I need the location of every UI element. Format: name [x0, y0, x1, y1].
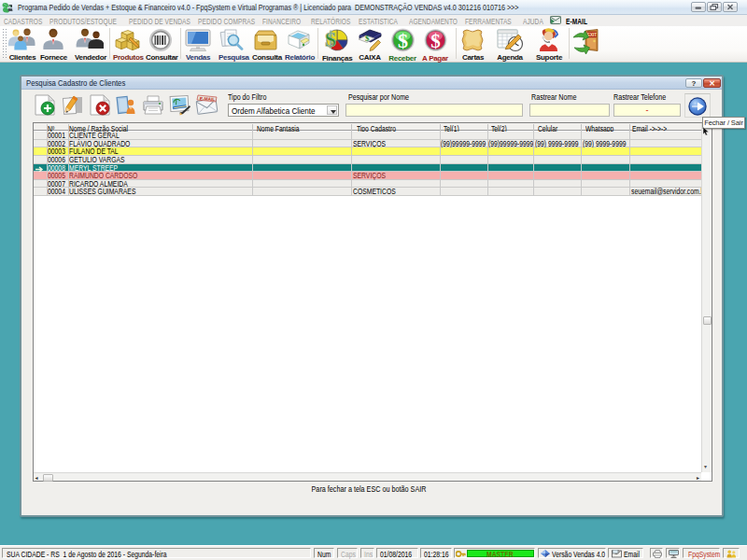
svg-text:$: $: [398, 29, 408, 52]
svg-text:$: $: [430, 30, 441, 52]
svg-text:E-MAIL: E-MAIL: [200, 96, 216, 102]
svg-text:EXIT: EXIT: [587, 33, 597, 37]
svg-text:$: $: [365, 34, 370, 43]
svg-text:$: $: [325, 28, 336, 51]
